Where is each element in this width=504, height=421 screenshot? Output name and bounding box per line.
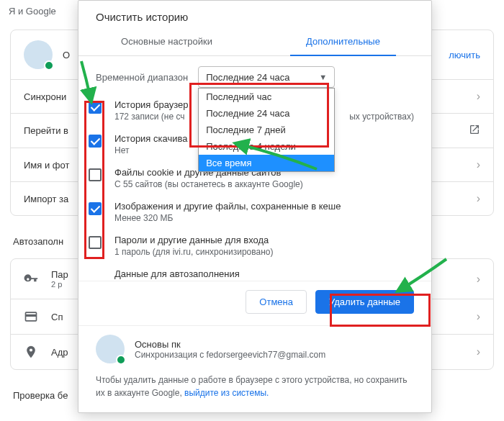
row-label: Пар [51,269,68,280]
time-range-option[interactable]: Последние 7 дней [199,122,334,138]
time-range-option[interactable]: Последние 24 часа [199,105,334,122]
chevron-right-icon: › [477,158,480,171]
item-cached[interactable]: Изображения и другие файлы, сохраненные … [89,195,414,229]
row-label: Перейти в [24,125,68,136]
profile-name: Основы пк [135,339,325,350]
dialog-profile-block: Основы пк Синхронизация с fedorsergeevic… [78,325,431,369]
checkbox-browsing-history[interactable] [89,101,102,114]
sign-out-link[interactable]: выйдите из системы. [184,388,269,398]
item-subtitle-tail: ых устройствах) [349,112,414,122]
credit-card-icon [24,309,38,324]
item-title: История скачива [114,133,187,144]
time-range-dropdown: Последний час Последние 24 часа Последни… [198,88,335,172]
item-title: Данные для автозаполнения [114,268,240,279]
clear-data-button[interactable]: Удалить данные [315,290,414,314]
time-range-option[interactable]: Последний час [199,89,334,105]
tab-basic[interactable]: Основные настройки [78,29,255,55]
item-title: Изображения и другие файлы, сохраненные … [114,201,341,212]
caret-down-icon: ▼ [319,73,327,81]
item-subtitle: С 55 сайтов (вы останетесь в аккаунте Go… [114,179,303,189]
time-range-row: Временной диапазон Последние 24 часа ▼ П… [78,56,431,94]
item-autofill[interactable]: Данные для автозаполнения [89,263,414,283]
dialog-tabs: Основные настройки Дополнительные [78,29,431,56]
enable-sync-button[interactable]: лючить [449,50,480,60]
tab-advanced[interactable]: Дополнительные [255,29,431,55]
time-range-label: Временной диапазон [96,72,188,83]
row-label: Сп [51,312,63,322]
item-subtitle: Нет [114,145,187,155]
chevron-right-icon: › [477,310,480,323]
item-title: История браузер [114,99,189,110]
dialog-title: Очистить историю [78,1,431,29]
dialog-footer: Отмена Удалить данные [78,281,431,325]
chevron-right-icon: › [477,90,480,103]
chevron-right-icon: › [477,192,480,205]
row-label: Имя и фот [24,160,69,171]
row-sublabel: 2 р [51,280,68,289]
checkbox-cached[interactable] [89,202,102,215]
time-range-select[interactable]: Последние 24 часа ▼ [198,66,335,88]
time-range-option[interactable]: Последние 4 недели [199,138,334,155]
checkbox-download-history[interactable] [89,135,102,148]
time-range-value: Последние 24 часа [206,72,289,83]
row-label: Адр [51,347,68,358]
sync-badge-icon [44,60,54,71]
external-link-icon [469,124,480,137]
row-label: Синхрони [24,91,66,102]
user-avatar [24,40,53,69]
user-avatar [96,335,125,363]
sync-badge-icon [116,355,126,365]
item-passwords[interactable]: Пароли и другие данные для входа 1 парол… [89,229,414,263]
profile-name: О [63,50,70,60]
row-label: Импорт за [24,194,68,204]
item-subtitle: 1 пароль (для ivi.ru, синхронизировано) [114,247,273,257]
item-title: Пароли и другие данные для входа [114,235,273,245]
chevron-right-icon: › [477,273,480,286]
checkbox-cookies[interactable] [89,168,102,181]
chevron-right-icon: › [477,345,480,358]
cancel-button[interactable]: Отмена [246,290,307,314]
item-subtitle: 172 записи (не сч [114,112,189,122]
profile-sync-status: Синхронизация с fedorsergeevich77@gmail.… [135,350,325,360]
clear-browsing-data-dialog: Очистить историю Основные настройки Допо… [78,0,432,413]
item-subtitle: Менее 320 МБ [114,213,341,223]
time-range-option-all-time[interactable]: Все время [199,155,334,171]
key-icon [24,272,38,286]
dialog-footer-note: Чтобы удалить данные о работе в браузере… [78,369,431,412]
checkbox-passwords[interactable] [89,236,102,249]
location-icon [24,345,38,359]
